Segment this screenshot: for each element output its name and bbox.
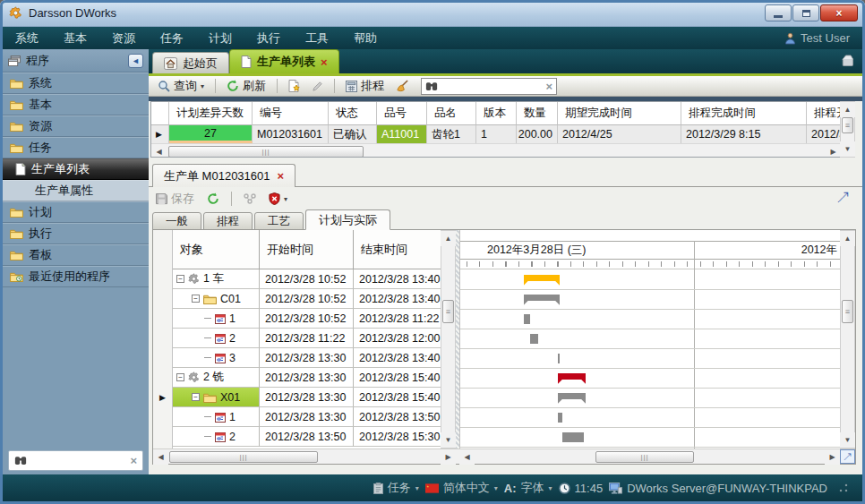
- row-selector-cell[interactable]: [153, 269, 172, 289]
- scroll-left-icon[interactable]: ◀: [459, 449, 475, 465]
- clean-button[interactable]: [392, 79, 413, 93]
- menu-item-4[interactable]: 计划: [196, 27, 244, 49]
- detail-tab-3[interactable]: 计划与实际: [305, 209, 390, 230]
- scroll-right-icon[interactable]: ▶: [826, 144, 840, 158]
- tab-production-order-list[interactable]: 生产单列表 ×: [229, 49, 339, 73]
- schedule-row-object[interactable]: 1: [173, 407, 260, 427]
- schedule-row-object[interactable]: −C01: [173, 289, 260, 309]
- new-button[interactable]: [285, 79, 304, 93]
- grid-cell[interactable]: 200.00: [517, 125, 558, 143]
- row-selector-cell[interactable]: [153, 368, 172, 388]
- tab-close-icon[interactable]: ×: [321, 56, 328, 68]
- grid-filter-clear-icon[interactable]: ×: [545, 81, 552, 92]
- status-font-selector[interactable]: A: 字体 ▾: [504, 480, 552, 496]
- grid-column-header[interactable]: 品名: [427, 102, 476, 125]
- save-button[interactable]: 保存: [152, 190, 198, 208]
- detail-doc-tab[interactable]: 生产单 M012031601 ×: [152, 164, 295, 187]
- sidebar-item-0[interactable]: 系统: [3, 73, 149, 94]
- sidebar-item-4[interactable]: 生产单列表: [3, 158, 149, 180]
- scroll-left-icon[interactable]: ◀: [151, 144, 167, 158]
- edit-button[interactable]: [308, 80, 327, 93]
- schedule-row-end[interactable]: 2012/3/28 13:40: [354, 269, 441, 289]
- query-caret-icon[interactable]: ▾: [201, 82, 204, 90]
- schedule-row-object[interactable]: −X01: [173, 388, 260, 407]
- schedule-table-hscrollbar[interactable]: ◀ ||| ▶: [153, 449, 456, 464]
- grid-cell[interactable]: 1: [476, 125, 517, 143]
- gantt-bar[interactable]: [524, 314, 530, 324]
- detail-tab-1[interactable]: 排程: [203, 212, 253, 230]
- vscroll-thumb[interactable]: ≡: [442, 300, 454, 323]
- hscroll-thumb[interactable]: |||: [168, 146, 364, 158]
- sidebar-item-5[interactable]: 生产单属性: [3, 180, 149, 201]
- grid-column-header[interactable]: 状态: [329, 102, 377, 125]
- popout-icon[interactable]: 🡕: [836, 190, 850, 205]
- order-grid-row[interactable]: ▶27M012031601已确认A11001齿轮11200.002012/4/2…: [151, 125, 840, 143]
- grid-column-header[interactable]: 排程开始时间: [807, 102, 840, 125]
- row-selector-cell[interactable]: [153, 407, 172, 427]
- gantt-hscrollbar[interactable]: ◀ ||| ▶: [459, 449, 840, 464]
- tab-start-page[interactable]: 起始页: [152, 52, 229, 73]
- row-selector-cell[interactable]: [153, 309, 172, 329]
- gantt-bar[interactable]: [558, 354, 560, 363]
- gantt-vscrollbar[interactable]: ▲ ≡ ▼: [840, 230, 855, 448]
- schedule-row-start[interactable]: 2012/3/28 10:52: [260, 289, 354, 309]
- schedule-row-start[interactable]: 2012/3/28 13:30: [260, 388, 354, 407]
- grid-cell[interactable]: 2012/3/29 8:15: [681, 125, 807, 143]
- grid-column-header[interactable]: 品号: [377, 102, 427, 125]
- vscroll-thumb[interactable]: ≡: [842, 300, 853, 323]
- schedule-row-end[interactable]: 2012/3/28 12:00: [354, 329, 441, 348]
- schedule-row-start[interactable]: 2012/3/28 10:52: [260, 309, 354, 329]
- menu-item-3[interactable]: 任务: [148, 27, 196, 49]
- grid-column-header[interactable]: 计划差异天数: [169, 102, 253, 125]
- status-language-selector[interactable]: 简体中文 ▾: [425, 480, 498, 496]
- schedule-row-end[interactable]: 2012/3/28 13:40: [354, 348, 441, 368]
- menu-item-5[interactable]: 执行: [244, 27, 293, 49]
- schedule-row-object[interactable]: 2: [173, 329, 260, 348]
- gantt-bar[interactable]: [530, 334, 538, 344]
- hscroll-thumb[interactable]: |||: [169, 451, 318, 463]
- tree-expander-icon[interactable]: −: [192, 393, 200, 401]
- sidebar-item-6[interactable]: 计划: [3, 201, 149, 223]
- validate-caret-icon[interactable]: ▾: [284, 195, 287, 203]
- grid-filter-input[interactable]: [441, 79, 542, 93]
- vscroll-thumb[interactable]: ≡: [842, 117, 853, 133]
- scroll-right-icon[interactable]: ▶: [441, 449, 456, 465]
- refresh-button[interactable]: 刷新: [223, 77, 270, 95]
- detail-doc-close-icon[interactable]: ×: [278, 170, 285, 182]
- gantt-bar[interactable]: [524, 295, 561, 305]
- scroll-down-icon[interactable]: ▼: [441, 432, 456, 448]
- schedule-row-end[interactable]: 2012/3/28 13:50: [354, 407, 441, 427]
- row-selector-cell[interactable]: [153, 348, 172, 368]
- scroll-down-icon[interactable]: ▼: [840, 141, 855, 157]
- detail-tab-0[interactable]: 一般: [152, 212, 201, 230]
- menu-item-6[interactable]: 工具: [293, 27, 341, 49]
- sidebar-item-8[interactable]: 看板: [3, 244, 149, 266]
- sidebar-item-2[interactable]: 资源: [3, 115, 149, 137]
- grid-cell[interactable]: 齿轮1: [427, 125, 476, 143]
- schedule-row-end[interactable]: 2012/3/28 13:40: [354, 289, 441, 309]
- grid-cell[interactable]: M012031601: [253, 125, 329, 143]
- sidebar-item-3[interactable]: 任务: [3, 137, 149, 158]
- flow-button[interactable]: [240, 192, 260, 205]
- schedule-row-object[interactable]: −2 铣: [173, 368, 260, 388]
- validate-button[interactable]: ▾: [265, 192, 291, 206]
- schedule-column-header[interactable]: 结束时间: [354, 230, 441, 269]
- scroll-right-icon[interactable]: ▶: [825, 449, 840, 465]
- grid-column-header[interactable]: 版本: [476, 102, 517, 125]
- row-selector-cell[interactable]: ▶: [153, 388, 172, 407]
- close-button[interactable]: ×: [820, 4, 858, 21]
- schedule-row-end[interactable]: 2012/3/28 11:22: [354, 309, 441, 329]
- schedule-row-start[interactable]: 2012/3/28 13:30: [260, 348, 354, 368]
- scroll-up-icon[interactable]: ▲: [840, 102, 855, 117]
- tree-expander-icon[interactable]: −: [176, 373, 184, 381]
- schedule-row-end[interactable]: 2012/3/28 15:30: [354, 427, 441, 447]
- menu-item-0[interactable]: 系统: [3, 27, 51, 49]
- menu-item-1[interactable]: 基本: [51, 27, 99, 49]
- grid-cell[interactable]: 2012/4/25: [558, 125, 681, 143]
- schedule-row-start[interactable]: 2012/3/28 13:50: [260, 427, 354, 447]
- schedule-table-vscrollbar[interactable]: ▲ ≡ ▼: [441, 230, 456, 448]
- detail-tab-2[interactable]: 工艺: [254, 212, 304, 230]
- schedule-row-object[interactable]: 2: [173, 427, 260, 447]
- schedule-row-object[interactable]: 1: [173, 309, 260, 329]
- status-task-selector[interactable]: 任务 ▾: [373, 480, 419, 496]
